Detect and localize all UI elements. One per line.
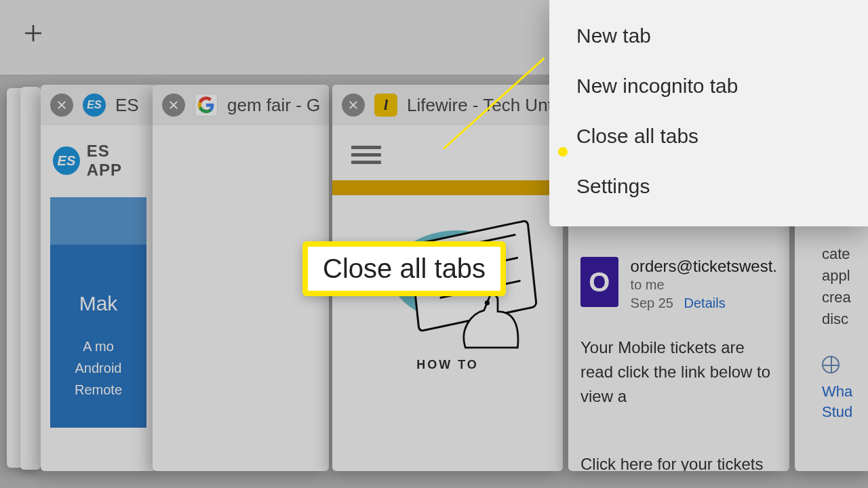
- overflow-menu: New tab New incognito tab Close all tabs…: [549, 0, 868, 226]
- accent-strip: [332, 180, 563, 195]
- email-body-text: Click here for your tickets: [580, 452, 777, 471]
- email-date: Sep 25 Details: [631, 296, 777, 311]
- plus-icon: [22, 22, 44, 44]
- hamburger-icon[interactable]: [351, 146, 544, 164]
- tab-title: ES: [115, 95, 139, 116]
- menu-item-settings[interactable]: Settings: [549, 161, 868, 211]
- brand-label: ES APP: [87, 142, 146, 180]
- new-tab-button[interactable]: [20, 20, 46, 46]
- email-to: to me: [631, 277, 777, 293]
- preview-link[interactable]: Wha Stud: [822, 382, 868, 424]
- tab-title: gem fair - Go: [227, 95, 319, 116]
- tab-header: ES ES: [41, 85, 156, 125]
- menu-item-new-incognito[interactable]: New incognito tab: [549, 61, 868, 111]
- es-favicon: ES: [83, 94, 106, 117]
- svg-point-0: [485, 300, 490, 305]
- es-logo-icon: ES: [53, 146, 80, 175]
- tab-title: Lifewire - Tech Unt: [407, 95, 553, 116]
- globe-icon: [822, 356, 840, 373]
- email-details-link[interactable]: Details: [684, 296, 726, 310]
- email-from: orders@ticketswest.: [631, 257, 777, 276]
- google-favicon: [195, 94, 218, 117]
- tab-header: gem fair - Go: [153, 85, 329, 125]
- hero-headline: Mak: [57, 292, 140, 315]
- menu-item-close-all-tabs[interactable]: Close all tabs: [549, 111, 868, 161]
- close-tab-button[interactable]: [342, 94, 365, 117]
- close-icon: [348, 100, 359, 110]
- tab-stack-back: [20, 87, 41, 470]
- close-icon: [168, 100, 179, 110]
- email-body-text: Your Mobile tickets are read click the l…: [580, 336, 777, 409]
- tab-card[interactable]: ES ES ES ES APP Mak A mo Android Remote: [41, 85, 156, 471]
- close-icon: [56, 100, 67, 110]
- close-tab-button[interactable]: [162, 94, 185, 117]
- menu-item-new-tab[interactable]: New tab: [549, 11, 868, 61]
- lifewire-favicon: l: [374, 94, 397, 117]
- close-tab-button[interactable]: [50, 94, 73, 117]
- tab-preview: ES ES APP Mak A mo Android Remote: [41, 125, 156, 437]
- sender-avatar: O: [580, 257, 618, 307]
- annotation-callout: Close all tabs: [302, 241, 506, 296]
- annotation-dot: [558, 147, 568, 157]
- tab-header: l Lifewire - Tech Unt: [332, 85, 563, 125]
- section-label: HOW TO: [351, 358, 544, 372]
